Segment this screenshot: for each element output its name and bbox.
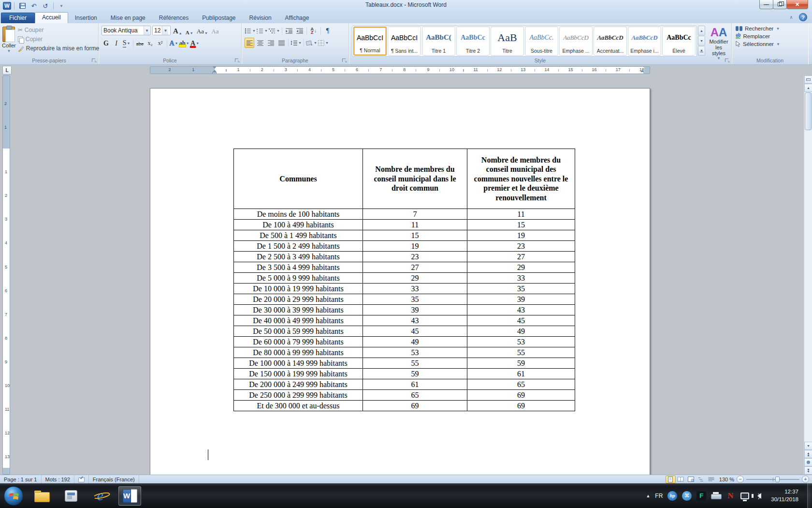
minimize-button[interactable]: —: [759, 0, 773, 9]
paste-button[interactable]: Coller ▼: [2, 25, 16, 57]
connection-tray-icon[interactable]: [682, 491, 692, 501]
show-formatting-marks-button[interactable]: ¶: [323, 26, 333, 36]
style-gallery-item[interactable]: AaBbCcD Emphase ...: [559, 27, 593, 56]
change-styles-button[interactable]: AA Modifier les styles ▼: [708, 25, 729, 57]
align-left-button[interactable]: [245, 38, 254, 48]
scroll-up-icon[interactable]: ▲: [804, 84, 812, 92]
styles-dialog-launcher-icon[interactable]: [724, 58, 730, 63]
zoom-slider-thumb[interactable]: [775, 477, 780, 482]
style-gallery-item[interactable]: AaBbCcD Accentuat...: [594, 27, 627, 56]
document-page[interactable]: Communes Nombre de membres du conseil mu…: [150, 88, 650, 475]
paragraph-dialog-launcher-icon[interactable]: [341, 58, 347, 63]
style-gallery-more[interactable]: ▼: [698, 46, 705, 56]
style-gallery-scroll-up[interactable]: ▲: [698, 26, 705, 35]
align-right-button[interactable]: [266, 38, 276, 48]
hp-tray-icon[interactable]: hp: [667, 491, 677, 501]
start-button[interactable]: [4, 486, 23, 506]
change-case-button[interactable]: Aa▼: [196, 26, 209, 35]
fullscreen-reading-view-button[interactable]: [676, 476, 686, 483]
outline-view-button[interactable]: [696, 476, 706, 483]
word-count[interactable]: Mots : 192: [42, 475, 74, 483]
taskbar-app-button[interactable]: [59, 486, 82, 506]
shading-button[interactable]: ▼: [306, 38, 317, 48]
ribbon-tab[interactable]: Accueil: [35, 12, 68, 23]
ribbon-tab[interactable]: Affichage: [278, 13, 316, 23]
clock[interactable]: 12:37 30/11/2018: [769, 488, 800, 503]
spellcheck-status[interactable]: [74, 475, 89, 483]
web-layout-view-button[interactable]: [686, 476, 696, 483]
font-size-select[interactable]: 12 ▼: [152, 26, 171, 35]
grow-font-button[interactable]: A▲: [172, 26, 183, 35]
security-tray-icon[interactable]: F: [696, 491, 706, 501]
align-center-button[interactable]: [255, 38, 265, 48]
sort-button[interactable]: AZ ↓: [309, 26, 319, 36]
volume-tray-icon[interactable]: [754, 491, 764, 501]
n-app-tray-icon[interactable]: N: [725, 491, 735, 501]
font-dialog-launcher-icon[interactable]: [234, 58, 240, 63]
ribbon-tab[interactable]: Insertion: [68, 13, 104, 23]
font-color-button[interactable]: A▼: [190, 38, 200, 48]
print-layout-view-button[interactable]: [666, 476, 676, 483]
next-page-button[interactable]: ▼▼: [804, 466, 812, 475]
style-gallery-item[interactable]: AaBbC( Titre 1: [422, 27, 455, 56]
clear-formatting-button[interactable]: Aa: [210, 26, 220, 35]
ribbon-tab[interactable]: Fichier: [1, 13, 35, 23]
horizontal-ruler[interactable]: 21 123456789101112131415161718: [150, 66, 650, 74]
style-gallery-item[interactable]: AaBbCc. Sous-titre: [525, 27, 558, 56]
shrink-font-button[interactable]: A▼: [185, 26, 194, 35]
style-gallery-item[interactable]: AaBbCcD Emphase i...: [628, 27, 661, 56]
document-table[interactable]: Communes Nombre de membres du conseil mu…: [233, 149, 575, 411]
style-gallery-item[interactable]: AaBbCcI ¶ Normal: [353, 27, 387, 56]
right-indent-icon[interactable]: [640, 70, 644, 72]
replace-button[interactable]: abac Remplacer: [734, 33, 806, 40]
tab-stop-selector[interactable]: L: [2, 66, 12, 75]
close-button[interactable]: ✕: [786, 0, 808, 9]
vertical-scrollbar[interactable]: ▲ ▼ ▲▲ ▼▼: [804, 75, 812, 475]
scroll-down-icon[interactable]: ▼: [804, 442, 812, 450]
borders-button[interactable]: ▼: [318, 38, 329, 48]
text-effects-button[interactable]: A▼: [169, 38, 178, 48]
style-gallery-scroll-down[interactable]: ▼: [698, 36, 705, 45]
superscript-button[interactable]: x²: [156, 38, 165, 48]
printer-tray-icon[interactable]: [711, 491, 721, 501]
highlight-color-button[interactable]: ab▼: [179, 38, 189, 48]
bullets-button[interactable]: ▼: [245, 26, 256, 36]
copy-button[interactable]: Copier: [16, 35, 101, 44]
ribbon-tab[interactable]: Publipostage: [195, 13, 242, 23]
language-switcher[interactable]: FR: [655, 493, 663, 499]
justify-button[interactable]: [276, 38, 286, 48]
help-icon[interactable]: ?: [799, 13, 807, 21]
vertical-ruler[interactable]: 21 12345678910111213: [2, 75, 10, 475]
style-gallery-item[interactable]: AaBbCc Élevé: [662, 27, 696, 56]
collapse-ribbon-icon[interactable]: ∧: [787, 15, 795, 20]
strikethrough-button[interactable]: abe: [135, 38, 145, 48]
subscript-button[interactable]: x₂: [145, 38, 155, 48]
ribbon-tab[interactable]: Révision: [243, 13, 278, 23]
zoom-slider[interactable]: [746, 479, 799, 480]
font-family-select[interactable]: Book Antiqua ▼: [102, 26, 151, 35]
scrollbar-thumb[interactable]: [805, 92, 812, 130]
decrease-indent-button[interactable]: [284, 26, 294, 36]
find-button[interactable]: Rechercher ▼: [734, 25, 806, 32]
show-desktop-button[interactable]: [807, 483, 812, 508]
indent-markers[interactable]: [212, 66, 218, 75]
taskbar-internet-explorer-button[interactable]: e: [89, 486, 112, 506]
view-ruler-toggle[interactable]: [804, 75, 812, 84]
show-hidden-icons-chevron[interactable]: ▲: [646, 493, 650, 498]
numbering-button[interactable]: ▼: [257, 26, 268, 36]
previous-page-button[interactable]: ▲▲: [804, 450, 812, 458]
zoom-level[interactable]: 130 %: [719, 477, 734, 482]
select-browse-object-button[interactable]: [804, 458, 812, 466]
ribbon-tab[interactable]: Mise en page: [104, 13, 152, 23]
bold-button[interactable]: G: [102, 38, 111, 48]
style-gallery-item[interactable]: AaBbCc Titre 2: [456, 27, 490, 56]
taskbar-explorer-button[interactable]: [30, 486, 53, 506]
page-indicator[interactable]: Page : 1 sur 1: [0, 475, 42, 483]
format-painter-button[interactable]: Reproduire la mise en forme: [16, 44, 101, 53]
taskbar-word-button[interactable]: W: [118, 486, 141, 506]
zoom-out-button[interactable]: −: [737, 476, 744, 483]
network-tray-icon[interactable]: [740, 491, 750, 501]
restore-button[interactable]: [773, 0, 787, 9]
cut-button[interactable]: ✂ Couper: [16, 26, 101, 34]
increase-indent-button[interactable]: [295, 26, 304, 36]
